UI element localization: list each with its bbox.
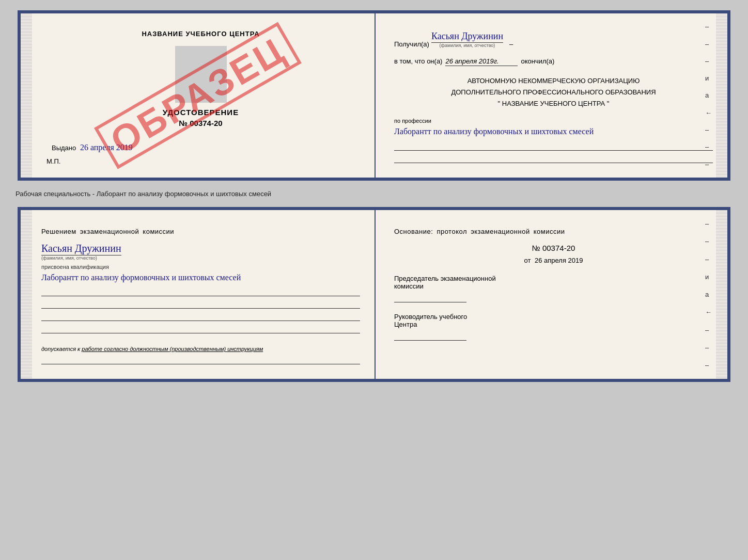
lower-right-panel: Основание: протокол экзаменационной коми… — [376, 210, 727, 379]
underline1 — [394, 140, 713, 151]
date-value: 26 апреля 2019 — [535, 257, 583, 264]
qualification-text: Лаборантт по анализу формовочных и шихто… — [41, 271, 360, 284]
chairman-sign-line — [394, 294, 466, 302]
basis-line: Основание: протокол экзаменационной коми… — [394, 228, 713, 235]
director-line2: Центра — [394, 321, 713, 328]
org-block: АВТОНОМНУЮ НЕКОММЕРЧЕСКУЮ ОРГАНИЗАЦИЮ ДО… — [394, 75, 713, 109]
lower-name-subtext: (фамилия, имя, отчество) — [41, 255, 97, 261]
lower-person-name: Касьян Дружинин — [41, 243, 121, 255]
qualification-label: присвоена квалификация — [41, 264, 360, 270]
issued-prefix: Выдано — [52, 144, 76, 152]
lower-underline5 — [41, 354, 360, 364]
received-name: Касьян Дружинин — [431, 31, 503, 43]
in-that-prefix: в том, что он(а) — [394, 57, 442, 65]
lower-underline1 — [41, 286, 360, 296]
chairman-line2: комиссии — [394, 282, 713, 290]
director-line1: Руководитель учебного — [394, 313, 713, 321]
received-subtext: (фамилия, имя, отчество) — [440, 43, 495, 48]
lower-underline2 — [41, 298, 360, 309]
upper-right-panel: Получил(а) Касьян Дружинин (фамилия, имя… — [376, 13, 727, 178]
upper-certificate-card: НАЗВАНИЕ УЧЕБНОГО ЦЕНТРА УДОСТОВЕРЕНИЕ №… — [18, 10, 730, 181]
profession-block: по профессии Лаборантт по анализу формов… — [394, 118, 713, 163]
allowed-prefix: допускается к — [41, 346, 80, 352]
chairman-block: Председатель экзаменационной комиссии — [394, 275, 713, 302]
dash-separator: – — [509, 40, 513, 48]
date-prefix: от — [524, 257, 531, 264]
upper-center-name: НАЗВАНИЕ УЧЕБНОГО ЦЕНТРА — [142, 30, 259, 38]
decision-line: Решением экзаменационной комиссии — [41, 228, 360, 235]
allowed-text: работе согласно должностным (производств… — [82, 346, 263, 352]
director-block: Руководитель учебного Центра — [394, 313, 713, 341]
director-sign-line — [394, 332, 466, 341]
chairman-line1: Председатель экзаменационной — [394, 275, 713, 282]
underline2 — [394, 153, 713, 163]
received-line: Получил(а) Касьян Дружинин (фамилия, имя… — [394, 31, 713, 48]
profession-label: по профессии — [394, 118, 713, 124]
issued-line: Выдано 26 апреля 2019 — [41, 143, 133, 152]
org-name: " НАЗВАНИЕ УЧЕБНОГО ЦЕНТРА " — [394, 98, 713, 109]
lower-underline3 — [41, 311, 360, 321]
in-that-line: в том, что он(а) 26 апреля 2019г. окончи… — [394, 57, 713, 66]
issued-date: 26 апреля 2019 — [80, 143, 133, 152]
org-line2: ДОПОЛНИТЕЛЬНОГО ПРОФЕССИОНАЛЬНОГО ОБРАЗО… — [394, 87, 713, 98]
protocol-number: № 00374-20 — [394, 244, 713, 252]
cert-number: № 00374-20 — [179, 119, 222, 127]
profession-text: Лаборантт по анализу формовочных и шихто… — [394, 125, 713, 138]
finished-label: окончил(а) — [521, 57, 554, 65]
photo-placeholder — [175, 46, 227, 103]
lower-right-dashes: – – – и а ← – – – — [705, 210, 712, 379]
protocol-date: от 26 апреля 2019 — [394, 257, 713, 264]
cert-label: УДОСТОВЕРЕНИЕ — [163, 108, 239, 117]
lower-left-panel: Решением экзаменационной комиссии Касьян… — [21, 210, 376, 379]
lower-certificate-card: Решением экзаменационной комиссии Касьян… — [18, 207, 730, 382]
name-handwritten-block: Касьян Дружинин (фамилия, имя, отчество) — [41, 243, 360, 261]
org-line1: АВТОНОМНУЮ НЕКОММЕРЧЕСКУЮ ОРГАНИЗАЦИЮ — [394, 75, 713, 87]
upper-left-panel: НАЗВАНИЕ УЧЕБНОГО ЦЕНТРА УДОСТОВЕРЕНИЕ №… — [21, 13, 376, 178]
lower-underline4 — [41, 323, 360, 333]
in-that-date: 26 апреля 2019г. — [445, 57, 518, 66]
received-prefix: Получил(а) — [394, 40, 429, 48]
allowed-line: допускается к работе согласно должностны… — [41, 346, 360, 352]
right-dashes: – – – и а ← – – – — [705, 13, 712, 178]
middle-text: Рабочая специальность - Лаборант по анал… — [10, 190, 271, 198]
mp-label: М.П. — [41, 157, 60, 165]
